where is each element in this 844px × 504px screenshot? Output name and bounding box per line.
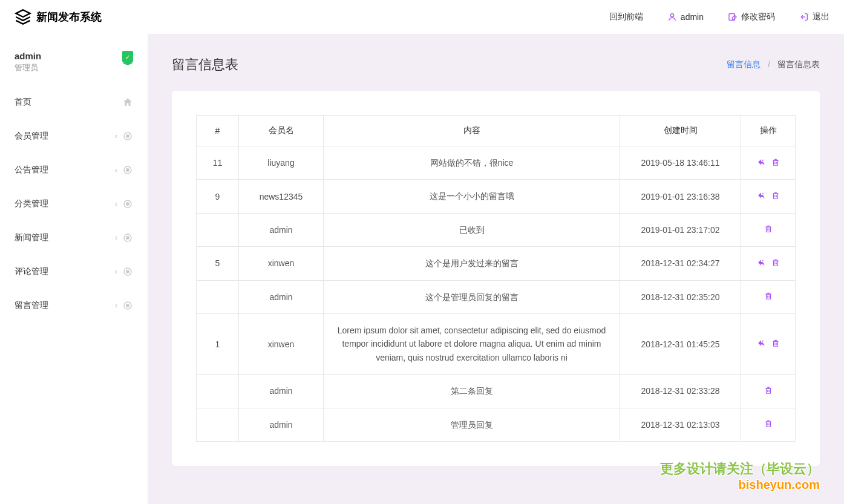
svg-point-13 (126, 270, 129, 273)
cell-content: 网站做的不错，很nice (324, 146, 620, 180)
logout-icon (799, 12, 809, 22)
cell-created: 2018-12-31 01:45:25 (620, 313, 741, 374)
nav-logout-label: 退出 (813, 11, 829, 22)
svg-rect-37 (766, 422, 770, 427)
delete-button[interactable] (771, 191, 780, 200)
cell-created: 2019-01-01 23:17:02 (620, 213, 741, 246)
logo[interactable]: 新闻发布系统 (15, 8, 102, 25)
cell-id (197, 408, 239, 441)
svg-rect-19 (773, 194, 777, 198)
svg-rect-31 (773, 341, 777, 346)
cell-actions (741, 313, 796, 374)
delete-button[interactable] (771, 339, 780, 347)
cell-content: 已收到 (324, 213, 620, 246)
target-icon (122, 266, 133, 277)
sidebar-item-5[interactable]: 评论管理‹ (0, 255, 148, 289)
chevron-left-icon: ‹ (115, 166, 117, 174)
chevron-left-icon: ‹ (115, 234, 117, 242)
cell-id: 11 (197, 146, 239, 180)
delete-button[interactable] (764, 292, 773, 300)
target-icon (122, 232, 133, 243)
content-card: # 会员名 内容 创建时间 操作 11liuyang网站做的不错，很nice20… (172, 91, 820, 466)
sidebar-item-label: 新闻管理 (15, 232, 48, 243)
sidebar-item-label: 首页 (15, 97, 31, 108)
home-icon (122, 97, 133, 108)
cell-member: admin (239, 280, 324, 313)
cell-content: 第二条回复 (324, 375, 620, 408)
svg-point-1 (670, 14, 673, 17)
nav-admin[interactable]: admin (667, 12, 704, 22)
chevron-left-icon: ‹ (115, 267, 117, 276)
reply-button[interactable] (757, 339, 767, 347)
sidebar-item-4[interactable]: 新闻管理‹ (0, 221, 148, 255)
header-nav: 回到前端 admin 修改密码 退出 (609, 11, 829, 22)
sidebar-item-label: 分类管理 (15, 198, 48, 209)
cell-member: admin (239, 213, 324, 246)
nav-admin-label: admin (681, 12, 704, 22)
table-row: admin第二条回复2018-12-31 02:33:28 (197, 375, 796, 408)
cell-id: 5 (197, 247, 239, 280)
sidebar-item-label: 留言管理 (15, 300, 48, 311)
sidebar-item-0[interactable]: 首页 (0, 85, 148, 119)
delete-button[interactable] (764, 419, 773, 428)
svg-point-15 (126, 304, 129, 307)
sidebar-item-2[interactable]: 公告管理‹ (0, 153, 148, 187)
chevron-left-icon: ‹ (115, 132, 117, 140)
cell-actions (741, 375, 796, 408)
sidebar-item-label: 会员管理 (15, 131, 48, 142)
edit-icon (728, 12, 738, 22)
cell-id (197, 213, 239, 246)
nav-back-frontend[interactable]: 回到前端 (609, 11, 643, 22)
sidebar-menu: 首页会员管理‹公告管理‹分类管理‹新闻管理‹评论管理‹留言管理‹ (0, 85, 148, 322)
cell-created: 2018-12-31 02:34:27 (620, 247, 741, 280)
table-row: 11liuyang网站做的不错，很nice2019-05-18 13:46:11 (197, 146, 796, 180)
target-icon (122, 198, 133, 209)
sidebar-item-3[interactable]: 分类管理‹ (0, 187, 148, 221)
th-content: 内容 (324, 116, 620, 146)
table-row: 1xinwenLorem ipsum dolor sit amet, conse… (197, 313, 796, 374)
sidebar: admin 管理员 ✓ 首页会员管理‹公告管理‹分类管理‹新闻管理‹评论管理‹留… (0, 34, 148, 504)
cell-content: Lorem ipsum dolor sit amet, consectetur … (324, 313, 620, 374)
cell-id (197, 280, 239, 313)
breadcrumb-current: 留言信息表 (777, 59, 820, 69)
table-row: admin管理员回复2018-12-31 02:13:03 (197, 408, 796, 441)
cell-member: xinwen (239, 247, 324, 280)
reply-button[interactable] (757, 191, 767, 200)
verified-badge-icon: ✓ (122, 51, 133, 63)
cell-created: 2019-01-01 23:16:38 (620, 180, 741, 213)
cell-created: 2018-12-31 02:13:03 (620, 408, 741, 441)
delete-button[interactable] (764, 386, 773, 394)
nav-change-password[interactable]: 修改密码 (728, 11, 775, 22)
svg-point-9 (126, 203, 129, 206)
table-row: 9news12345这是一个小小的留言哦2019-01-01 23:16:38 (197, 180, 796, 213)
nav-back-frontend-label: 回到前端 (609, 11, 643, 22)
cell-actions (741, 180, 796, 213)
cell-created: 2018-12-31 02:35:20 (620, 280, 741, 313)
reply-button[interactable] (757, 158, 767, 166)
delete-button[interactable] (764, 224, 773, 233)
nav-logout[interactable]: 退出 (799, 11, 829, 22)
delete-button[interactable] (771, 158, 780, 166)
sidebar-item-6[interactable]: 留言管理‹ (0, 289, 148, 322)
sidebar-user-role: 管理员 (15, 62, 41, 73)
th-member: 会员名 (239, 116, 324, 146)
user-icon (667, 12, 677, 22)
breadcrumb-link[interactable]: 留言信息 (727, 59, 761, 69)
sidebar-item-1[interactable]: 会员管理‹ (0, 119, 148, 153)
target-icon (122, 131, 133, 142)
page-title: 留言信息表 (172, 56, 238, 74)
sidebar-user: admin 管理员 ✓ (0, 51, 148, 85)
delete-button[interactable] (771, 258, 780, 267)
svg-point-5 (126, 135, 129, 138)
target-icon (122, 165, 133, 175)
chevron-left-icon: ‹ (115, 200, 117, 208)
sidebar-user-name: admin (15, 51, 41, 61)
cell-created: 2018-12-31 02:33:28 (620, 375, 741, 408)
cell-member: liuyang (239, 146, 324, 180)
reply-button[interactable] (757, 258, 767, 267)
cell-actions (741, 280, 796, 313)
table-row: admin这个是管理员回复的留言2018-12-31 02:35:20 (197, 280, 796, 313)
cell-actions (741, 213, 796, 246)
svg-marker-0 (16, 10, 30, 17)
breadcrumb-separator: / (768, 59, 770, 69)
